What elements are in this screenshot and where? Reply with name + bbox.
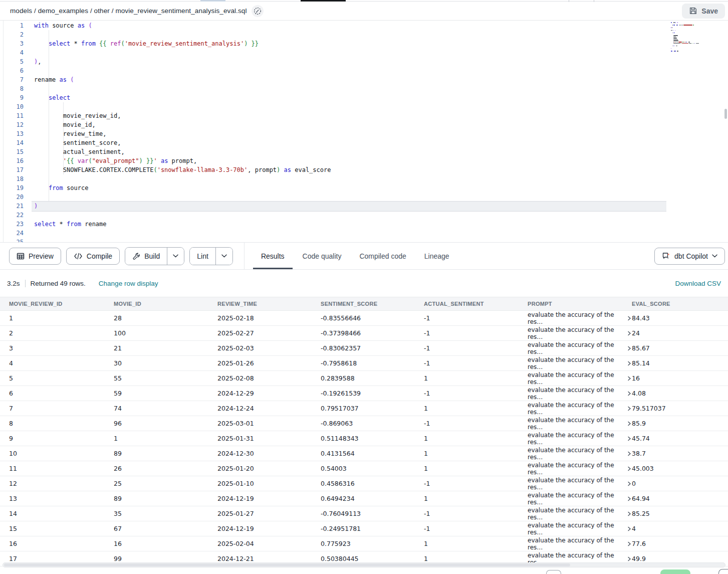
preview-label: Preview: [29, 252, 54, 260]
code-line[interactable]: 24: [3, 229, 728, 238]
table-row[interactable]: 1282025-02-18-0.83556646-1evaluate the a…: [0, 311, 728, 326]
code-line[interactable]: 20: [3, 193, 728, 202]
expand-cell-icon[interactable]: [627, 481, 632, 486]
table-row[interactable]: 21002025-02-27-0.37398466-1evaluate the …: [0, 326, 728, 341]
code-line[interactable]: 11 movie_review_id,: [3, 111, 728, 120]
lint-menu-button[interactable]: [215, 248, 232, 265]
expand-cell-icon[interactable]: [627, 511, 632, 516]
expand-cell-icon[interactable]: [627, 406, 632, 411]
code-line[interactable]: 21): [3, 202, 728, 211]
code-line[interactable]: 22: [3, 211, 728, 220]
file-state-icon[interactable]: [252, 5, 264, 17]
horizontal-scrollbar-thumb[interactable]: [4, 563, 570, 566]
copilot-label: dbt Copilot: [674, 252, 708, 260]
prompt-cell: evaluate the accuracy of the res…: [528, 507, 632, 521]
expand-cell-icon[interactable]: [627, 556, 632, 561]
code-line[interactable]: 13 review_time,: [3, 129, 728, 138]
code-line[interactable]: 23select * from rename: [3, 220, 728, 229]
line-number: 1: [3, 21, 24, 30]
code-text: review_time,: [34, 129, 107, 138]
table-row[interactable]: 6592024-12-29-0.19261539-1evaluate the a…: [0, 386, 728, 401]
table-row[interactable]: 12252025-01-100.4586316-1evaluate the ac…: [0, 476, 728, 491]
save-button[interactable]: Save: [682, 4, 725, 19]
expand-cell-icon[interactable]: [627, 466, 632, 471]
line-number: 5: [3, 57, 24, 66]
table-row[interactable]: 5552025-02-080.28395881evaluate the accu…: [0, 371, 728, 386]
editor-minimap[interactable]: [670, 21, 718, 55]
line-number: 9: [3, 93, 24, 102]
code-line[interactable]: 8: [3, 84, 728, 93]
code-text: '{{ var("eval_prompt") }}' as prompt,: [34, 156, 197, 165]
code-text: select * from {{ ref('movie_review_senti…: [34, 39, 259, 48]
code-text: select: [34, 93, 70, 102]
code-line[interactable]: 10: [3, 102, 728, 111]
compile-button[interactable]: Compile: [66, 248, 120, 265]
table-cell: 24: [632, 329, 728, 337]
expand-cell-icon[interactable]: [627, 451, 632, 456]
table-row[interactable]: 13892024-12-190.64942341evaluate the acc…: [0, 491, 728, 506]
tab-compiled-code[interactable]: Compiled code: [359, 243, 406, 269]
lint-button[interactable]: Lint: [190, 248, 215, 265]
expand-cell-icon[interactable]: [627, 346, 632, 351]
table-row[interactable]: 16162025-02-040.7759231evaluate the accu…: [0, 536, 728, 551]
table-row[interactable]: 3212025-02-03-0.83062357-1evaluate the a…: [0, 341, 728, 356]
code-line[interactable]: 6: [3, 66, 728, 75]
code-line[interactable]: 14 sentiment_score,: [3, 138, 728, 147]
prompt-preview: evaluate the accuracy of the res…: [528, 402, 622, 416]
expand-cell-icon[interactable]: [627, 361, 632, 366]
code-line[interactable]: 3 select * from {{ ref('movie_review_sen…: [3, 39, 728, 48]
preview-button[interactable]: Preview: [9, 248, 61, 265]
code-line[interactable]: 25: [3, 238, 728, 242]
code-line[interactable]: 5),: [3, 57, 728, 66]
code-line[interactable]: 15 actual_sentiment,: [3, 147, 728, 156]
tab-code-quality[interactable]: Code quality: [303, 243, 342, 269]
tab-lineage[interactable]: Lineage: [424, 243, 449, 269]
code-line[interactable]: 2: [3, 30, 728, 39]
table-row[interactable]: 11262025-01-200.540031evaluate the accur…: [0, 461, 728, 476]
expand-cell-icon[interactable]: [627, 496, 632, 501]
table-row[interactable]: 912025-01-310.511483431evaluate the accu…: [0, 431, 728, 446]
code-lines[interactable]: 1with source as (23 select * from {{ ref…: [3, 21, 728, 242]
results-meta-bar: 3.2s Returned 49 rows. Change row displa…: [0, 270, 728, 297]
build-button[interactable]: Build: [125, 248, 167, 265]
horizontal-scrollbar[interactable]: [3, 562, 725, 567]
expand-cell-icon[interactable]: [627, 376, 632, 381]
code-line[interactable]: 4: [3, 48, 728, 57]
column-header-sentiment_score: SENTIMENT_SCORE: [321, 301, 424, 307]
expand-cell-icon[interactable]: [627, 421, 632, 426]
code-line[interactable]: 19 from source: [3, 183, 728, 193]
expand-cell-icon[interactable]: [627, 316, 632, 321]
table-row[interactable]: 15672024-12-19-0.24951781-1evaluate the …: [0, 521, 728, 536]
code-editor[interactable]: 1with source as (23 select * from {{ ref…: [0, 21, 728, 242]
code-line[interactable]: 1with source as (: [3, 21, 728, 30]
code-line[interactable]: 16 '{{ var("eval_prompt") }}' as prompt,: [3, 156, 728, 165]
code-line[interactable]: 12 movie_id,: [3, 120, 728, 129]
change-row-display-link[interactable]: Change row display: [99, 280, 158, 287]
dbt-copilot-button[interactable]: dbt Copilot: [654, 248, 725, 265]
table-row[interactable]: 7742024-12-240.795170371evaluate the acc…: [0, 401, 728, 416]
expand-cell-icon[interactable]: [627, 391, 632, 396]
table-cell: 30: [114, 359, 217, 367]
code-line[interactable]: 18: [3, 174, 728, 183]
table-cell: 25: [114, 480, 217, 487]
tab-results[interactable]: Results: [261, 243, 285, 269]
build-menu-button[interactable]: [167, 248, 184, 265]
column-header-prompt: PROMPT: [528, 301, 632, 307]
tab-separator: [594, 0, 594, 2]
editor-vertical-scrollbar[interactable]: [724, 109, 727, 119]
expand-cell-icon[interactable]: [627, 331, 632, 336]
expand-cell-icon[interactable]: [627, 526, 632, 531]
table-row[interactable]: 8962025-03-01-0.869063-1evaluate the acc…: [0, 416, 728, 431]
code-line[interactable]: 7rename as (: [3, 75, 728, 84]
code-line[interactable]: 9 select: [3, 93, 728, 102]
prompt-preview: evaluate the accuracy of the res…: [528, 371, 622, 386]
table-cell: 0.2839588: [321, 374, 424, 382]
table-cell: 1: [9, 314, 114, 322]
expand-cell-icon[interactable]: [627, 436, 632, 441]
table-row[interactable]: 10892024-12-300.41315641evaluate the acc…: [0, 446, 728, 461]
expand-cell-icon[interactable]: [627, 541, 632, 546]
table-row[interactable]: 4302025-01-26-0.7958618-1evaluate the ac…: [0, 356, 728, 371]
code-line[interactable]: 17 SNOWFLAKE.CORTEX.COMPLETE('snowflake-…: [3, 165, 728, 174]
table-row[interactable]: 14352025-01-27-0.76049113-1evaluate the …: [0, 506, 728, 521]
download-csv-link[interactable]: Download CSV: [675, 280, 721, 287]
